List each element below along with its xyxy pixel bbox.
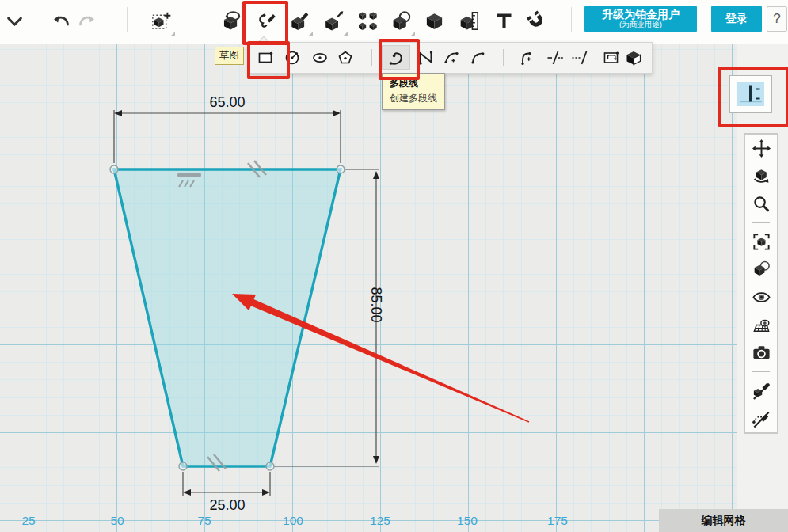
login-button[interactable]: 登录 xyxy=(711,6,762,32)
orbit-button[interactable] xyxy=(747,162,775,190)
measure-button[interactable] xyxy=(453,4,485,37)
tooltip: 多段线 创建多段线 xyxy=(382,73,445,110)
rectangle-tool[interactable] xyxy=(252,45,280,70)
dimension-top xyxy=(114,110,341,163)
pan-button[interactable] xyxy=(747,135,775,162)
main-toolbar: 升级为铂金用户 (为商业用途) 登录 ? xyxy=(0,0,788,44)
toolbar-separator xyxy=(371,49,372,66)
ruler-label: 50 xyxy=(110,514,124,527)
dimension-top-value[interactable]: 65.00 xyxy=(209,94,245,110)
hide-solid-edit-button[interactable] xyxy=(747,377,775,405)
dim-arrow xyxy=(333,110,341,116)
sketch-shape-trapezoid[interactable] xyxy=(114,169,341,466)
polyline-tool[interactable] xyxy=(382,45,410,70)
ruler: 25 50 75 100 125 150 175 xyxy=(21,514,568,527)
sketch-overlay: 65.00 85.00 25.00 xyxy=(0,44,737,532)
visibility-button[interactable] xyxy=(747,283,775,311)
ruler-label: 125 xyxy=(370,514,390,527)
ruler-label: 150 xyxy=(457,514,478,527)
dim-arrow xyxy=(183,489,191,496)
upgrade-sublabel: (为商业用途) xyxy=(619,21,662,28)
sketch-pencil-button[interactable] xyxy=(250,4,282,37)
dim-arrow xyxy=(373,456,379,464)
tooltip-title: 多段线 xyxy=(390,77,437,90)
view-toolbar xyxy=(744,133,778,434)
sketch-loop-button[interactable] xyxy=(215,4,246,37)
polygon-tool[interactable] xyxy=(331,45,360,70)
spline-tool[interactable] xyxy=(412,45,440,70)
fit-view-button[interactable] xyxy=(747,228,775,256)
dimension-bottom-value[interactable]: 25.00 xyxy=(209,497,245,513)
ruler-label: 175 xyxy=(547,514,568,527)
toolbar-separator xyxy=(752,222,770,223)
help-button[interactable]: ? xyxy=(767,6,787,32)
upgrade-label: 升级为铂金用户 xyxy=(602,9,680,21)
view-orientation-button[interactable] xyxy=(729,75,772,113)
login-label: 登录 xyxy=(725,13,748,25)
upgrade-button[interactable]: 升级为铂金用户 (为商业用途) xyxy=(584,6,697,32)
dimension-right-value[interactable]: 85.00 xyxy=(368,287,384,322)
paint-solid-button[interactable] xyxy=(283,4,314,37)
ruler-label: 100 xyxy=(283,514,303,527)
toolbar-separator xyxy=(196,7,196,32)
extend-tool[interactable] xyxy=(565,45,594,70)
dim-arrow xyxy=(262,489,270,496)
dim-arrow xyxy=(114,110,122,116)
material-button[interactable] xyxy=(747,256,775,283)
fillet-tool[interactable] xyxy=(514,45,542,70)
grid-visibility-button[interactable] xyxy=(747,311,775,339)
edit-grid-button[interactable]: 编辑网格 xyxy=(659,509,788,532)
dim-arrow xyxy=(373,171,379,179)
toolbar-separator xyxy=(752,371,770,372)
snapshot-button[interactable] xyxy=(747,339,775,367)
app-window: 65.00 85.00 25.00 xyxy=(0,0,788,532)
ruler-label: 75 xyxy=(197,514,211,527)
circle-tool[interactable] xyxy=(278,45,306,70)
toolbar-separator xyxy=(127,7,128,32)
ruler-label: 25 xyxy=(21,514,35,527)
magnet-button[interactable] xyxy=(520,4,552,37)
tooltip-subtitle: 创建多段线 xyxy=(390,92,437,105)
hide-sketch-edit-button[interactable] xyxy=(747,405,775,432)
ellipse-tool[interactable] xyxy=(306,45,334,70)
text-tool-button[interactable] xyxy=(488,4,520,37)
select-move-button[interactable] xyxy=(145,4,177,37)
toolbar-separator xyxy=(503,49,504,66)
sketch-plane-icon xyxy=(737,82,764,106)
arc-3point-tool[interactable] xyxy=(437,45,466,70)
pattern-array-button[interactable] xyxy=(352,4,383,37)
chevron-down-icon[interactable] xyxy=(0,4,30,37)
sketch-mode-badge: 草图 xyxy=(215,47,244,65)
solid-cube-button[interactable] xyxy=(418,4,450,37)
arc-tool[interactable] xyxy=(463,45,492,70)
toolbar-separator xyxy=(571,7,572,32)
redo-button[interactable] xyxy=(71,4,103,37)
lasso-select-button[interactable] xyxy=(385,4,417,37)
zoom-button[interactable] xyxy=(747,190,775,218)
move-solid-button[interactable] xyxy=(318,4,349,37)
project-tool[interactable] xyxy=(619,45,648,70)
dimension-bottom xyxy=(183,472,270,496)
